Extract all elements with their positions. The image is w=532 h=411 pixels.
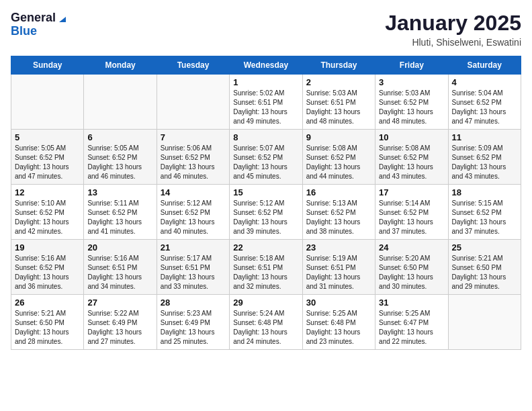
day-info: Sunrise: 5:16 AM Sunset: 6:52 PM Dayligh… [15, 254, 80, 291]
calendar-subtitle: Hluti, Shiselweni, Eswatini [385, 37, 521, 48]
day-cell: 2Sunrise: 5:03 AM Sunset: 6:51 PM Daylig… [302, 75, 375, 130]
day-number: 1 [233, 77, 298, 87]
day-info: Sunrise: 5:21 AM Sunset: 6:50 PM Dayligh… [452, 254, 517, 291]
day-number: 26 [15, 298, 80, 308]
day-cell: 7Sunrise: 5:06 AM Sunset: 6:52 PM Daylig… [157, 130, 229, 185]
day-cell: 12Sunrise: 5:10 AM Sunset: 6:52 PM Dayli… [11, 185, 84, 240]
day-cell: 16Sunrise: 5:13 AM Sunset: 6:52 PM Dayli… [302, 185, 375, 240]
days-header-row: SundayMondayTuesdayWednesdayThursdayFrid… [11, 56, 521, 75]
day-header-wednesday: Wednesday [230, 56, 302, 75]
day-info: Sunrise: 5:12 AM Sunset: 6:52 PM Dayligh… [233, 199, 298, 236]
day-cell: 19Sunrise: 5:16 AM Sunset: 6:52 PM Dayli… [11, 240, 84, 295]
day-number: 8 [233, 132, 298, 142]
day-cell: 4Sunrise: 5:04 AM Sunset: 6:52 PM Daylig… [448, 75, 521, 130]
day-number: 10 [379, 132, 444, 142]
day-number: 2 [306, 77, 371, 87]
day-number: 30 [306, 298, 371, 308]
logo: General Blue [11, 11, 67, 37]
day-cell: 14Sunrise: 5:12 AM Sunset: 6:52 PM Dayli… [157, 185, 229, 240]
week-row-5: 26Sunrise: 5:21 AM Sunset: 6:50 PM Dayli… [11, 295, 521, 350]
day-info: Sunrise: 5:25 AM Sunset: 6:48 PM Dayligh… [306, 309, 371, 347]
day-header-monday: Monday [84, 56, 157, 75]
day-number: 17 [379, 187, 444, 197]
day-cell: 20Sunrise: 5:16 AM Sunset: 6:51 PM Dayli… [84, 240, 157, 295]
day-number: 16 [306, 187, 371, 197]
day-number: 3 [379, 77, 444, 87]
day-cell: 15Sunrise: 5:12 AM Sunset: 6:52 PM Dayli… [230, 185, 302, 240]
day-info: Sunrise: 5:07 AM Sunset: 6:52 PM Dayligh… [233, 144, 298, 181]
day-info: Sunrise: 5:15 AM Sunset: 6:52 PM Dayligh… [452, 199, 517, 236]
day-info: Sunrise: 5:09 AM Sunset: 6:52 PM Dayligh… [452, 144, 517, 181]
day-cell: 13Sunrise: 5:11 AM Sunset: 6:52 PM Dayli… [84, 185, 157, 240]
title-block: January 2025 Hluti, Shiselweni, Eswatini [385, 11, 521, 48]
day-header-tuesday: Tuesday [157, 56, 229, 75]
day-cell: 24Sunrise: 5:20 AM Sunset: 6:50 PM Dayli… [375, 240, 448, 295]
day-number: 9 [306, 132, 371, 142]
day-cell: 1Sunrise: 5:02 AM Sunset: 6:51 PM Daylig… [230, 75, 302, 130]
day-cell: 27Sunrise: 5:22 AM Sunset: 6:49 PM Dayli… [84, 295, 157, 350]
day-cell: 31Sunrise: 5:25 AM Sunset: 6:47 PM Dayli… [375, 295, 448, 350]
day-cell: 5Sunrise: 5:05 AM Sunset: 6:52 PM Daylig… [11, 130, 84, 185]
week-row-1: 1Sunrise: 5:02 AM Sunset: 6:51 PM Daylig… [11, 75, 521, 130]
day-number: 11 [452, 132, 517, 142]
day-header-sunday: Sunday [11, 56, 84, 75]
logo-icon [56, 13, 67, 24]
day-info: Sunrise: 5:04 AM Sunset: 6:52 PM Dayligh… [452, 89, 517, 126]
day-cell: 26Sunrise: 5:21 AM Sunset: 6:50 PM Dayli… [11, 295, 84, 350]
week-row-4: 19Sunrise: 5:16 AM Sunset: 6:52 PM Dayli… [11, 240, 521, 295]
day-number: 7 [161, 132, 226, 142]
day-cell: 6Sunrise: 5:05 AM Sunset: 6:52 PM Daylig… [84, 130, 157, 185]
day-cell [448, 295, 521, 350]
day-cell: 23Sunrise: 5:19 AM Sunset: 6:51 PM Dayli… [302, 240, 375, 295]
day-info: Sunrise: 5:17 AM Sunset: 6:51 PM Dayligh… [161, 254, 226, 291]
svg-marker-0 [59, 17, 66, 22]
day-info: Sunrise: 5:08 AM Sunset: 6:52 PM Dayligh… [379, 144, 444, 181]
day-number: 5 [15, 132, 80, 142]
day-header-friday: Friday [375, 56, 448, 75]
day-number: 29 [233, 298, 298, 308]
page-header: General Blue January 2025 Hluti, Shiselw… [11, 11, 521, 48]
day-info: Sunrise: 5:05 AM Sunset: 6:52 PM Dayligh… [87, 144, 152, 181]
day-header-saturday: Saturday [448, 56, 521, 75]
day-number: 13 [87, 187, 152, 197]
day-info: Sunrise: 5:13 AM Sunset: 6:52 PM Dayligh… [306, 199, 371, 236]
day-cell [11, 75, 84, 130]
day-info: Sunrise: 5:11 AM Sunset: 6:52 PM Dayligh… [87, 199, 152, 236]
day-cell: 18Sunrise: 5:15 AM Sunset: 6:52 PM Dayli… [448, 185, 521, 240]
day-info: Sunrise: 5:23 AM Sunset: 6:49 PM Dayligh… [161, 309, 226, 347]
day-number: 12 [15, 187, 80, 197]
logo-general-text: General [11, 11, 56, 25]
day-cell: 21Sunrise: 5:17 AM Sunset: 6:51 PM Dayli… [157, 240, 229, 295]
week-row-2: 5Sunrise: 5:05 AM Sunset: 6:52 PM Daylig… [11, 130, 521, 185]
day-cell: 17Sunrise: 5:14 AM Sunset: 6:52 PM Dayli… [375, 185, 448, 240]
day-info: Sunrise: 5:06 AM Sunset: 6:52 PM Dayligh… [161, 144, 226, 181]
day-info: Sunrise: 5:03 AM Sunset: 6:51 PM Dayligh… [306, 89, 371, 126]
day-number: 23 [306, 242, 371, 253]
day-cell: 28Sunrise: 5:23 AM Sunset: 6:49 PM Dayli… [157, 295, 229, 350]
calendar-title: January 2025 [385, 11, 521, 36]
day-number: 24 [379, 242, 444, 253]
day-cell: 10Sunrise: 5:08 AM Sunset: 6:52 PM Dayli… [375, 130, 448, 185]
day-info: Sunrise: 5:24 AM Sunset: 6:48 PM Dayligh… [233, 309, 298, 347]
calendar-table: SundayMondayTuesdayWednesdayThursdayFrid… [11, 56, 521, 350]
day-number: 28 [161, 298, 226, 308]
day-info: Sunrise: 5:22 AM Sunset: 6:49 PM Dayligh… [87, 309, 152, 347]
day-info: Sunrise: 5:19 AM Sunset: 6:51 PM Dayligh… [306, 254, 371, 291]
day-cell: 11Sunrise: 5:09 AM Sunset: 6:52 PM Dayli… [448, 130, 521, 185]
day-info: Sunrise: 5:12 AM Sunset: 6:52 PM Dayligh… [161, 199, 226, 236]
day-info: Sunrise: 5:16 AM Sunset: 6:51 PM Dayligh… [87, 254, 152, 291]
day-cell: 8Sunrise: 5:07 AM Sunset: 6:52 PM Daylig… [230, 130, 302, 185]
day-cell: 9Sunrise: 5:08 AM Sunset: 6:52 PM Daylig… [302, 130, 375, 185]
day-cell: 29Sunrise: 5:24 AM Sunset: 6:48 PM Dayli… [230, 295, 302, 350]
day-number: 15 [233, 187, 298, 197]
day-cell [157, 75, 229, 130]
day-number: 22 [233, 242, 298, 253]
day-cell: 25Sunrise: 5:21 AM Sunset: 6:50 PM Dayli… [448, 240, 521, 295]
day-number: 19 [15, 242, 80, 253]
day-info: Sunrise: 5:18 AM Sunset: 6:51 PM Dayligh… [233, 254, 298, 291]
logo-blue-text: Blue [11, 25, 67, 37]
day-info: Sunrise: 5:08 AM Sunset: 6:52 PM Dayligh… [306, 144, 371, 181]
day-cell: 22Sunrise: 5:18 AM Sunset: 6:51 PM Dayli… [230, 240, 302, 295]
day-header-thursday: Thursday [302, 56, 375, 75]
day-cell: 30Sunrise: 5:25 AM Sunset: 6:48 PM Dayli… [302, 295, 375, 350]
